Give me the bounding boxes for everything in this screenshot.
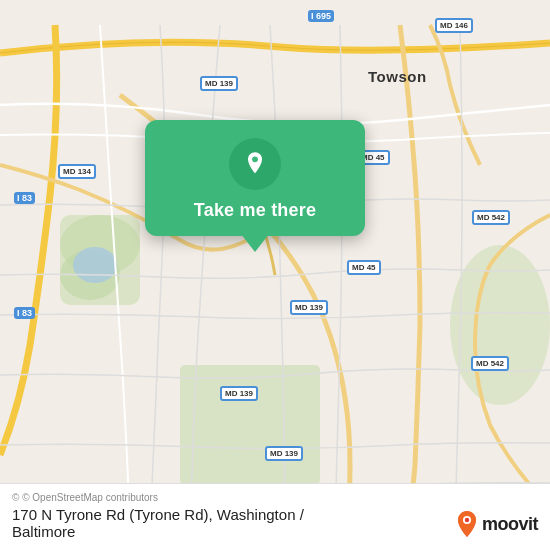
road-label-md542-lower: MD 542 (471, 356, 509, 371)
road-label-md139-bottom: MD 139 (265, 446, 303, 461)
copyright-line: © © OpenStreetMap contributors (12, 492, 538, 503)
road-label-md134: MD 134 (58, 164, 96, 179)
road-label-md139-lower-left: MD 139 (220, 386, 258, 401)
map-roads-svg (0, 0, 550, 550)
road-label-md542-upper: MD 542 (472, 210, 510, 225)
take-me-there-button[interactable]: Take me there (194, 200, 316, 222)
road-label-md146: MD 146 (435, 18, 473, 33)
address-line: 170 N Tyrone Rd (Tyrone Rd), Washington … (12, 506, 304, 523)
road-label-md139-mid: MD 139 (290, 300, 328, 315)
copyright-icon: © (12, 492, 19, 503)
road-label-i83-top: I 83 (14, 192, 35, 204)
svg-rect-4 (180, 365, 320, 485)
map-container: I 695 I 83 I 83 MD 146 MD 139 MD 45 MD 1… (0, 0, 550, 550)
road-label-i695: I 695 (308, 10, 334, 22)
svg-point-8 (465, 518, 469, 522)
city-label-towson: Towson (368, 68, 427, 85)
bottom-info-bar: © © OpenStreetMap contributors 170 N Tyr… (0, 483, 550, 550)
svg-point-6 (252, 156, 258, 162)
copyright-text: © OpenStreetMap contributors (22, 492, 158, 503)
moovit-text: moovit (482, 514, 538, 535)
svg-point-5 (450, 245, 550, 405)
address-line2: Baltimore (12, 523, 304, 540)
road-label-i83-bottom: I 83 (14, 307, 35, 319)
moovit-logo: moovit (456, 510, 538, 538)
road-label-md139-top: MD 139 (200, 76, 238, 91)
location-icon-wrapper (229, 138, 281, 190)
svg-point-3 (73, 247, 117, 283)
popup-card: Take me there (145, 120, 365, 236)
road-label-md45-lower: MD 45 (347, 260, 381, 275)
location-pin-icon (241, 150, 269, 178)
moovit-pin-icon (456, 510, 478, 538)
